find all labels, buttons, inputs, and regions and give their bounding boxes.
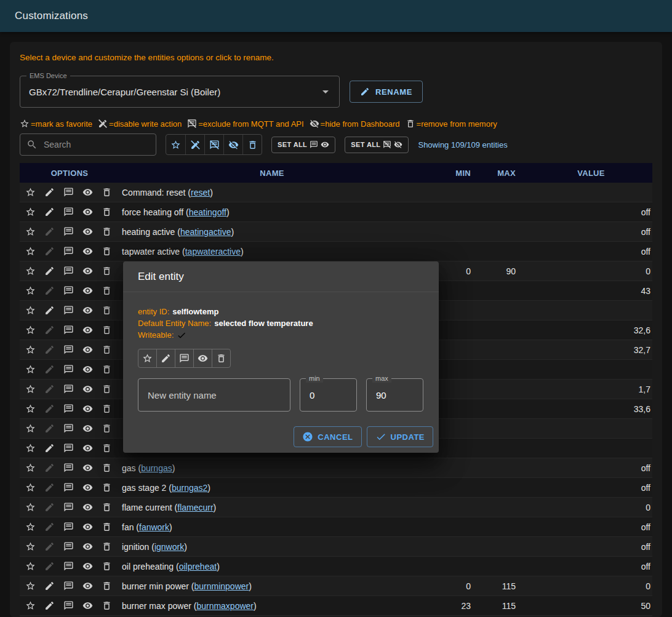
max-field: max (366, 378, 423, 412)
table-row[interactable]: oil preheating (oilpreheat) off (20, 557, 652, 576)
entity-id-link[interactable]: burnmaxpower (196, 601, 254, 611)
mqtt-icon (63, 207, 74, 217)
delete-icon (102, 561, 112, 571)
filter-favorite-button[interactable] (166, 135, 185, 154)
edit-icon (44, 325, 55, 335)
table-row[interactable]: ignition (ignwork) off (20, 537, 652, 557)
search-input[interactable] (42, 139, 150, 150)
entity-id-link[interactable]: heatingoff (189, 207, 226, 217)
mqtt-icon (63, 443, 74, 453)
filter-write-disabled-button[interactable] (185, 135, 204, 154)
col-name[interactable]: NAME (119, 169, 425, 178)
visibility-icon (82, 226, 93, 237)
table-row[interactable]: fan (fanwork) off (20, 517, 652, 537)
edit-icon (44, 207, 55, 217)
favorite-icon (25, 522, 36, 532)
default-name-label: Default Entity Name: (138, 317, 211, 329)
delete-icon (102, 522, 112, 532)
filter-mqtt-exclude-button[interactable] (204, 135, 223, 154)
table-row[interactable]: burner min power (burnminpower) 0 115 0 (20, 576, 652, 596)
entity-id-link[interactable]: ignwork (154, 542, 184, 552)
eye-icon (321, 140, 329, 149)
instruction-text: Select a device and customize the entiti… (20, 53, 652, 62)
set-all-visible-button[interactable]: SET ALL (271, 137, 335, 153)
max-input[interactable] (375, 389, 415, 401)
cancel-button-label: CANCEL (318, 432, 353, 442)
entity-id-link[interactable]: heatingactive (180, 227, 231, 237)
table-row[interactable]: gas stage 2 (burngas2) off (20, 478, 652, 498)
entity-id-line: entity ID: selflowtemp (138, 306, 424, 317)
delete-icon (102, 443, 112, 453)
visibility-icon (82, 344, 93, 355)
row-options (20, 482, 119, 493)
col-options[interactable]: OPTIONS (20, 169, 119, 178)
entity-name: tapwater active (tapwateractive) (119, 247, 425, 257)
table-row[interactable]: flame current (flamecurr) 0 (20, 498, 652, 517)
entity-id-link[interactable]: burnminpower (194, 581, 249, 591)
entity-id-link[interactable]: flamecurr (177, 503, 213, 512)
delete-toggle[interactable] (212, 349, 231, 368)
mqtt-icon (63, 600, 74, 611)
cancel-button[interactable]: CANCEL (294, 426, 361, 447)
delete-icon (102, 325, 112, 335)
mqtt-icon (63, 482, 74, 493)
write-toggle[interactable] (156, 349, 175, 368)
delete-icon (102, 502, 112, 512)
col-value[interactable]: VALUE (518, 169, 652, 178)
update-button[interactable]: UPDATE (367, 426, 433, 447)
entity-name: flame current (flamecurr) (119, 503, 425, 512)
appbar: Customizations (0, 0, 672, 32)
table-row[interactable]: tapwater active (tapwateractive) off (20, 242, 652, 261)
mqtt-icon (63, 325, 74, 335)
eye-off-icon (394, 140, 402, 149)
table-row[interactable]: gas (burngas) off (20, 458, 652, 478)
table-row[interactable]: burner max power (burnmaxpower) 23 115 5… (20, 596, 652, 616)
device-select[interactable]: EMS Device GBx72/Trendline/Cerapur/Green… (20, 76, 340, 108)
entity-id-link[interactable]: tapwateractive (185, 247, 241, 257)
entity-id-label: entity ID: (138, 306, 169, 317)
table-row[interactable]: heating active (heatingactive) off (20, 222, 652, 242)
table-row[interactable]: force heating off (heatingoff) off (20, 202, 652, 222)
row-options (20, 226, 119, 237)
mqtt-icon (63, 246, 74, 257)
comment-icon (310, 140, 318, 149)
mqtt-exclude-toggle[interactable] (175, 349, 194, 368)
device-select-value: GBx72/Trendline/Cerapur/Greenstar Si (Bo… (29, 87, 318, 97)
min-input[interactable] (308, 389, 348, 401)
delete-icon (102, 344, 112, 355)
row-options (20, 443, 119, 453)
favorite-icon (25, 246, 36, 257)
delete-icon (102, 463, 112, 473)
entity-id-link[interactable]: fanwork (139, 522, 169, 532)
entity-id-link[interactable]: oilpreheat (179, 562, 217, 571)
mqtt-icon (63, 404, 74, 414)
table-row[interactable]: Command: reset (reset) (20, 183, 652, 202)
filter-hidden-button[interactable] (223, 135, 242, 154)
mqtt-icon (63, 285, 74, 296)
filter-deleted-button[interactable] (242, 135, 262, 154)
favorite-toggle[interactable] (138, 349, 157, 368)
edit-icon (44, 502, 55, 512)
mqtt-icon (63, 463, 74, 473)
col-max[interactable]: MAX (473, 169, 518, 178)
rename-button[interactable]: RENAME (350, 81, 423, 103)
entity-name: burner max power (burnmaxpower) (119, 601, 425, 611)
cell-value: 0 (518, 503, 652, 512)
mqtt-icon (63, 364, 74, 375)
row-options (20, 246, 119, 257)
entity-id-link[interactable]: reset (191, 188, 210, 197)
set-all-hidden-button[interactable]: SET ALL (345, 137, 409, 153)
entity-id-link[interactable]: burngas2 (172, 483, 207, 493)
cell-value: off (518, 463, 652, 473)
new-entity-name-input[interactable] (146, 389, 282, 401)
update-button-label: UPDATE (391, 432, 425, 442)
col-min[interactable]: MIN (425, 169, 473, 178)
row-options (20, 207, 119, 217)
option-toggle-group (138, 349, 231, 368)
entity-id-link[interactable]: burngas (141, 463, 172, 473)
mqtt-icon (63, 187, 74, 197)
hide-toggle[interactable] (193, 349, 212, 368)
edit-icon (44, 344, 55, 355)
legend-item-hide: =hide from Dashboard (310, 119, 400, 129)
edit-icon (44, 266, 55, 276)
